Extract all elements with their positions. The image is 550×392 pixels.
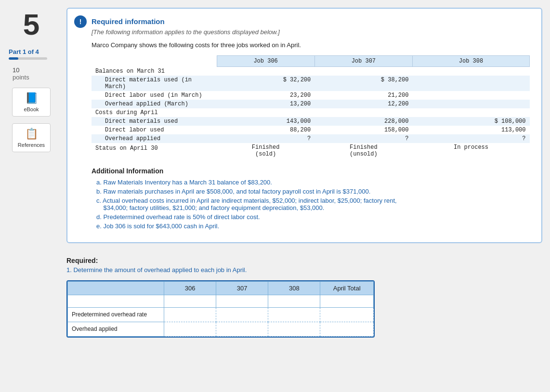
required-title: Required: [66, 257, 542, 264]
answer-input[interactable] [164, 322, 216, 336]
additional-info-list: a. Raw Materials Inventory has a March 3… [92, 179, 530, 230]
part-progress-fill [9, 57, 18, 60]
input-cell[interactable] [320, 307, 374, 322]
answer-input[interactable] [320, 295, 373, 307]
list-item: d. Predetermined overhead rate is 50% of… [92, 213, 530, 221]
table-row: Balances on March 31 [92, 67, 530, 76]
answer-input[interactable] [216, 295, 268, 307]
answer-col-header-307: 307 [216, 281, 268, 295]
info-icon: ! [74, 15, 87, 28]
answer-col-header-label [68, 281, 164, 295]
input-cell[interactable] [216, 295, 268, 307]
references-button[interactable]: 📋 References [12, 123, 51, 152]
answer-input[interactable] [268, 308, 320, 322]
col-header-307: Job 307 [314, 56, 412, 67]
overhead-applied-label: Overhead applied [68, 322, 164, 336]
table-row: Direct labor used 88,200 158,000 113,000 [92, 126, 530, 134]
info-subtitle: [The following information applies to th… [92, 28, 530, 36]
answer-input[interactable] [164, 308, 216, 322]
input-cell[interactable] [164, 322, 216, 336]
cost-table: Job 306 Job 307 Job 308 Balances on Marc… [92, 55, 530, 158]
points-area: 10 points [5, 66, 58, 81]
table-row: Direct materials used 143,000 228,000 $ … [92, 117, 530, 126]
ebook-label: eBook [24, 106, 39, 112]
list-item: b. Raw materials purchases in April are … [92, 188, 530, 195]
table-row [68, 295, 374, 307]
input-cell[interactable] [268, 307, 320, 322]
part-indicator: Part 1 of 4 [5, 48, 58, 60]
empty-row-label [68, 295, 164, 307]
table-row: Predetermined overhead rate [68, 307, 374, 322]
required-question: 1. Determine the amount of overhead appl… [66, 266, 542, 274]
table-row: Costs during April [92, 108, 530, 117]
list-item: a. Raw Materials Inventory has a March 3… [92, 179, 530, 186]
answer-input[interactable] [164, 295, 216, 307]
answer-input[interactable] [320, 308, 373, 322]
references-label: References [18, 142, 45, 148]
references-icon: 📋 [25, 128, 38, 140]
input-cell[interactable] [164, 307, 216, 322]
main-content: ! Required information [The following in… [63, 0, 550, 392]
ebook-button[interactable]: 📘 eBook [12, 88, 51, 117]
ebook-icon: 📘 [25, 92, 38, 105]
input-cell[interactable] [164, 295, 216, 307]
info-intro: Marco Company shows the following costs … [92, 41, 530, 49]
input-cell[interactable] [268, 322, 320, 336]
input-cell[interactable] [216, 307, 268, 322]
input-cell[interactable] [216, 322, 268, 336]
col-header-308: Job 308 [412, 56, 529, 67]
points-sublabel: points [9, 74, 29, 81]
col-header-306: Job 306 [217, 56, 314, 67]
answer-input[interactable] [216, 308, 268, 322]
answer-col-header-308: 308 [268, 281, 320, 295]
info-card: ! Required information [The following in… [66, 8, 542, 243]
answer-input[interactable] [216, 322, 268, 336]
answer-input[interactable] [268, 295, 320, 307]
answer-col-header-306: 306 [164, 281, 216, 295]
input-cell[interactable] [320, 322, 374, 336]
sidebar: 5 Part 1 of 4 10 points 📘 eBook 📋 Refere… [0, 0, 63, 392]
info-title: Required information [92, 17, 530, 26]
additional-info-title: Additional Information [92, 167, 530, 175]
answer-input[interactable] [320, 322, 373, 336]
table-row: Overhead applied ? ? ? [92, 134, 530, 143]
required-section: Required: 1. Determine the amount of ove… [66, 253, 542, 338]
question-number: 5 [23, 10, 39, 39]
table-row: Status on April 30 Finished(sold) Finish… [92, 143, 530, 158]
part-progress-bar [9, 57, 47, 60]
answer-input[interactable] [268, 322, 320, 336]
table-row: Direct materials used (in March) $ 32,20… [92, 76, 530, 91]
table-row: Direct labor used (in March) 23,200 21,2… [92, 91, 530, 100]
answer-table: 306 307 308 April Total [67, 281, 374, 337]
table-row: Overhead applied (March) 13,200 12,200 [92, 100, 530, 108]
points-value: 10 [9, 66, 19, 74]
predetermined-rate-label: Predetermined overhead rate [68, 307, 164, 322]
answer-col-header-total: April Total [320, 281, 374, 295]
answer-table-wrapper: 306 307 308 April Total [66, 280, 375, 338]
list-item: c. Actual overhead costs incurred in Apr… [92, 197, 530, 211]
input-cell[interactable] [320, 295, 374, 307]
part-label: Part 1 of 4 [9, 48, 39, 55]
list-item: e. Job 306 is sold for $643,000 cash in … [92, 222, 530, 230]
table-row: Overhead applied [68, 322, 374, 336]
input-cell[interactable] [268, 295, 320, 307]
